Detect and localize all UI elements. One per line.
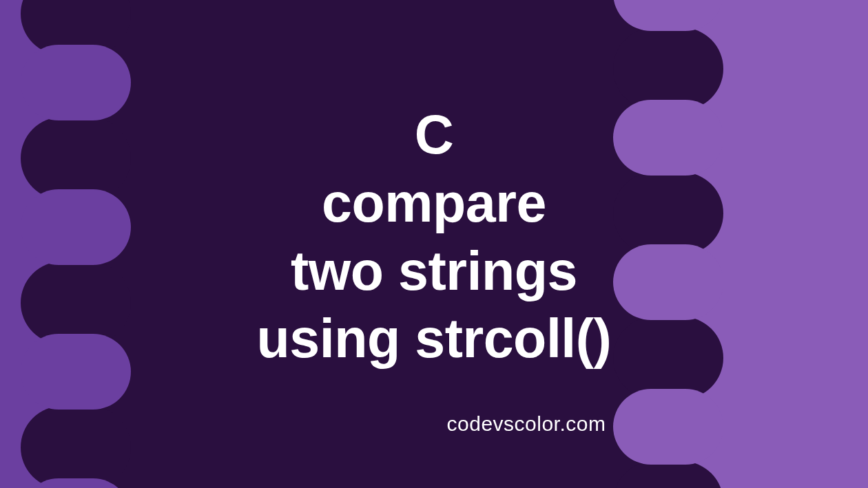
- title-line-3: two strings: [257, 237, 612, 306]
- title-line-4: using strcoll(): [257, 305, 612, 373]
- title-line-2: compare: [257, 169, 612, 237]
- title-line-1: C: [257, 101, 612, 169]
- credit-text: codevscolor.com: [92, 412, 868, 436]
- title-block: C compare two strings using strcoll(): [257, 101, 612, 373]
